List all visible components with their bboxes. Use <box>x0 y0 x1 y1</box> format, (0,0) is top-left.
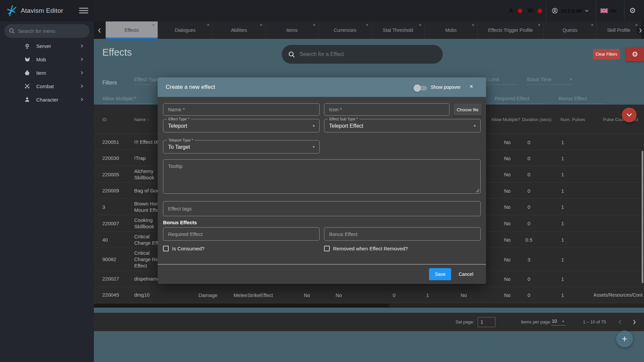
search-icon <box>288 51 295 58</box>
effect-type-select[interactable]: Effect Type * Teleport ▾ <box>163 119 320 132</box>
column-header-allow-multiple[interactable]: Allow Multiple? <box>490 116 522 122</box>
tooltip-field[interactable] <box>163 159 481 194</box>
filter-stack-time[interactable]: Stack Time▾ <box>527 76 572 82</box>
cell-c5: No <box>292 292 322 298</box>
resize-grip-icon[interactable] <box>476 189 479 192</box>
filters-heading: Filters <box>102 80 117 86</box>
tab-label: Mobs <box>445 27 457 33</box>
app-window: Atavism Editor A: W: 10.0.0.98 <box>0 0 644 362</box>
effect-tags-field[interactable] <box>163 201 481 216</box>
sidebar-search-input[interactable] <box>18 28 85 34</box>
sidebar-search[interactable] <box>4 24 90 38</box>
cell-id: 220007 <box>102 221 119 226</box>
globe-icon <box>24 43 30 49</box>
filter-required-effect[interactable]: Required Effect <box>495 96 545 101</box>
bonus-effects-heading: Bonus Effects <box>163 220 197 225</box>
tabs-scroll-right-button[interactable] <box>637 27 644 34</box>
cancel-button[interactable]: Cancel <box>459 272 473 277</box>
effect-sub-type-select[interactable]: Effect Sub Type * Teleport Effect ▾ <box>324 119 481 132</box>
close-icon[interactable]: × <box>313 23 315 27</box>
next-page-button[interactable] <box>631 318 638 326</box>
chevron-right-icon <box>80 57 84 61</box>
show-popover-toggle[interactable] <box>414 86 427 90</box>
sidebar-item-item[interactable]: Item <box>0 66 94 79</box>
atavism-logo <box>7 5 18 17</box>
collapse-filters-button[interactable] <box>622 108 637 122</box>
tab-dialogues[interactable]: Dialogues× <box>158 21 213 39</box>
column-header-name[interactable]: Name ↑ <box>134 116 149 122</box>
cell-duration: 0 <box>514 172 544 177</box>
vertical-scrollbar[interactable] <box>642 151 643 283</box>
filter-allow-multiple[interactable]: Allow Multiple? <box>102 96 153 101</box>
bonus-effect-field[interactable] <box>324 227 481 241</box>
settings-gear-icon[interactable]: ⚙ <box>629 0 636 21</box>
close-icon[interactable]: × <box>538 23 540 27</box>
top-bar: Atavism Editor A: W: 10.0.0.98 <box>0 0 644 21</box>
effect-search[interactable] <box>282 45 443 64</box>
close-icon[interactable]: × <box>260 23 262 27</box>
previous-page-button[interactable] <box>616 318 624 326</box>
items-per-page-select[interactable]: 10 ▾ <box>551 318 566 325</box>
close-icon[interactable]: × <box>152 23 155 27</box>
sidebar-item-combat[interactable]: Combat <box>0 79 94 93</box>
cell-id: 220005 <box>102 172 119 177</box>
cell-duration: 0 <box>514 204 544 210</box>
cell-id: 220045 <box>102 292 119 298</box>
divider <box>624 0 625 21</box>
tab-mobs[interactable]: Mobs× <box>425 21 478 39</box>
filter-bonus-effect[interactable]: Bonus Effect <box>558 96 605 101</box>
close-icon[interactable]: × <box>419 23 421 27</box>
column-header-duration[interactable]: Duration (secs) <box>520 116 553 122</box>
column-header-num-pulses[interactable]: Num. Pulses <box>557 116 589 122</box>
required-effect-field[interactable] <box>163 227 320 241</box>
cell-duration: 0 <box>514 292 544 298</box>
close-icon[interactable]: × <box>366 23 368 27</box>
close-icon[interactable]: × <box>470 83 473 90</box>
save-button[interactable]: Save <box>429 268 451 280</box>
removed-when-effect-removed-checkbox[interactable]: Removed when Effect Removed? <box>324 246 408 251</box>
clear-filters-button[interactable]: Clear Filters <box>593 49 620 59</box>
set-page-input[interactable] <box>478 317 495 327</box>
effect-search-input[interactable] <box>300 51 436 57</box>
cell-id: 220051 <box>102 139 119 145</box>
language-code: EN <box>610 8 616 13</box>
search-icon <box>9 28 15 34</box>
logo-area: Atavism Editor <box>0 0 94 21</box>
name-field[interactable] <box>163 103 320 116</box>
choose-file-button[interactable]: Choose file <box>453 104 482 116</box>
table-row[interactable]: 220045dmg10DamageMeleeStrikeEffectNoNo01… <box>94 287 644 303</box>
add-effect-button[interactable]: + <box>616 330 633 347</box>
close-icon[interactable]: × <box>207 23 209 27</box>
tab-skill-profile[interactable]: Skill Profile× <box>597 21 641 39</box>
tabs-scroll-left-button[interactable] <box>96 27 103 34</box>
tabs-container: Effects×Dialogues×Abilities×Items×Curren… <box>106 21 641 39</box>
chevron-down-icon: ▾ <box>313 145 315 149</box>
scrollbar-thumb[interactable] <box>94 304 389 307</box>
horizontal-scrollbar[interactable] <box>94 303 644 308</box>
icon-field[interactable] <box>324 103 449 116</box>
table-settings-button[interactable]: ⚙ <box>626 47 644 61</box>
server-selector[interactable]: 10.0.0.98 <box>552 0 589 21</box>
column-header-id[interactable]: ID <box>102 116 107 122</box>
close-icon[interactable]: × <box>472 23 474 27</box>
tab-quests[interactable]: Quests× <box>544 21 597 39</box>
sidebar-item-character[interactable]: Character <box>0 93 94 106</box>
tab-stat-threshold[interactable]: Stat Threshold× <box>372 21 425 39</box>
tab-items[interactable]: Items× <box>266 21 319 39</box>
tab-effects[interactable]: Effects× <box>106 21 158 39</box>
is-consumed-checkbox[interactable]: Is Consumed? <box>163 246 205 251</box>
sidebar-item-label: Server <box>36 43 51 49</box>
close-icon[interactable]: × <box>591 23 593 27</box>
cell-effect_type: Damage <box>188 292 228 298</box>
sidebar-item-server[interactable]: Server <box>0 39 94 53</box>
tab-currencies[interactable]: Currencies× <box>319 21 372 39</box>
sidebar-item-mob[interactable]: Mob <box>0 53 94 66</box>
items-per-page-label: Items per page: <box>521 319 551 324</box>
cell-effect_sub_type: MeleeStrikeEffect <box>226 292 280 298</box>
item-icon <box>24 70 30 76</box>
hamburger-menu-icon[interactable] <box>79 8 88 15</box>
tab-effects-trigger-profile[interactable]: Effects Trigger Profile× <box>478 21 544 39</box>
language-selector[interactable]: EN <box>600 0 616 21</box>
teleport-type-select[interactable]: Teleport Type * To Target ▾ <box>163 140 320 154</box>
tab-abilities[interactable]: Abilities× <box>213 21 266 39</box>
